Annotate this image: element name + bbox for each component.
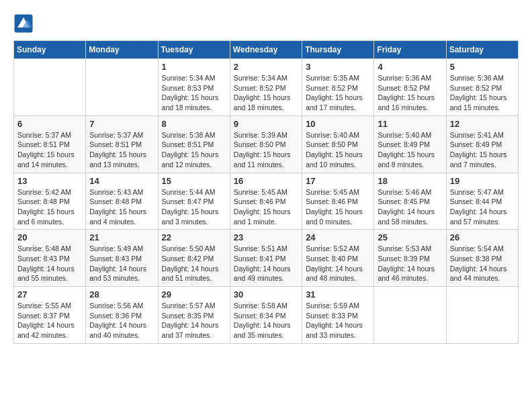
calendar-cell: 3Sunrise: 5:35 AM Sunset: 8:52 PM Daylig… xyxy=(302,59,374,116)
day-info: Sunrise: 5:48 AM Sunset: 8:43 PM Dayligh… xyxy=(17,244,82,283)
day-info: Sunrise: 5:34 AM Sunset: 8:53 PM Dayligh… xyxy=(162,73,226,113)
day-number: 28 xyxy=(89,289,154,300)
day-info: Sunrise: 5:49 AM Sunset: 8:43 PM Dayligh… xyxy=(89,244,154,283)
calendar-cell: 29Sunrise: 5:57 AM Sunset: 8:35 PM Dayli… xyxy=(158,287,230,344)
day-number: 20 xyxy=(17,232,82,242)
calendar-cell: 20Sunrise: 5:48 AM Sunset: 8:43 PM Dayli… xyxy=(14,230,86,287)
calendar-cell: 27Sunrise: 5:55 AM Sunset: 8:37 PM Dayli… xyxy=(14,287,86,344)
calendar-week-row: 20Sunrise: 5:48 AM Sunset: 8:43 PM Dayli… xyxy=(14,230,519,287)
calendar-table: SundayMondayTuesdayWednesdayThursdayFrid… xyxy=(13,40,519,344)
column-header-thursday: Thursday xyxy=(302,41,374,59)
calendar-cell: 4Sunrise: 5:36 AM Sunset: 8:52 PM Daylig… xyxy=(374,59,446,116)
calendar-cell xyxy=(86,59,158,116)
day-info: Sunrise: 5:53 AM Sunset: 8:39 PM Dayligh… xyxy=(378,244,442,283)
column-header-wednesday: Wednesday xyxy=(230,41,302,59)
column-header-monday: Monday xyxy=(86,41,158,59)
day-info: Sunrise: 5:38 AM Sunset: 8:51 PM Dayligh… xyxy=(162,130,226,170)
day-number: 23 xyxy=(234,232,298,242)
day-number: 26 xyxy=(450,232,515,242)
day-info: Sunrise: 5:45 AM Sunset: 8:46 PM Dayligh… xyxy=(306,187,370,227)
calendar-cell: 24Sunrise: 5:52 AM Sunset: 8:40 PM Dayli… xyxy=(302,230,374,287)
day-info: Sunrise: 5:41 AM Sunset: 8:49 PM Dayligh… xyxy=(450,130,515,170)
day-number: 9 xyxy=(234,119,298,129)
day-number: 10 xyxy=(306,119,370,129)
calendar-cell xyxy=(374,287,446,344)
calendar-cell xyxy=(446,287,518,344)
day-number: 3 xyxy=(306,62,370,72)
day-info: Sunrise: 5:59 AM Sunset: 8:33 PM Dayligh… xyxy=(306,301,370,340)
day-number: 30 xyxy=(234,289,298,300)
day-info: Sunrise: 5:54 AM Sunset: 8:38 PM Dayligh… xyxy=(450,244,515,283)
day-number: 21 xyxy=(89,232,154,242)
page-header xyxy=(13,13,519,34)
calendar-week-row: 27Sunrise: 5:55 AM Sunset: 8:37 PM Dayli… xyxy=(14,287,519,344)
calendar-cell xyxy=(14,59,86,116)
day-info: Sunrise: 5:39 AM Sunset: 8:50 PM Dayligh… xyxy=(234,130,298,170)
calendar-cell: 26Sunrise: 5:54 AM Sunset: 8:38 PM Dayli… xyxy=(446,230,518,287)
day-info: Sunrise: 5:46 AM Sunset: 8:45 PM Dayligh… xyxy=(378,187,442,227)
day-number: 12 xyxy=(450,119,515,129)
day-info: Sunrise: 5:52 AM Sunset: 8:40 PM Dayligh… xyxy=(306,244,370,283)
logo xyxy=(13,13,36,34)
day-number: 8 xyxy=(162,119,226,129)
day-info: Sunrise: 5:40 AM Sunset: 8:50 PM Dayligh… xyxy=(306,130,370,170)
day-info: Sunrise: 5:36 AM Sunset: 8:52 PM Dayligh… xyxy=(378,73,442,113)
calendar-header-row: SundayMondayTuesdayWednesdayThursdayFrid… xyxy=(14,41,519,59)
day-number: 22 xyxy=(162,232,226,242)
day-number: 18 xyxy=(378,176,442,186)
day-number: 29 xyxy=(162,289,226,300)
calendar-cell: 5Sunrise: 5:36 AM Sunset: 8:52 PM Daylig… xyxy=(446,59,518,116)
calendar-week-row: 6Sunrise: 5:37 AM Sunset: 8:51 PM Daylig… xyxy=(14,116,519,173)
day-number: 5 xyxy=(450,62,515,72)
calendar-week-row: 13Sunrise: 5:42 AM Sunset: 8:48 PM Dayli… xyxy=(14,173,519,230)
calendar-cell: 22Sunrise: 5:50 AM Sunset: 8:42 PM Dayli… xyxy=(158,230,230,287)
day-info: Sunrise: 5:40 AM Sunset: 8:49 PM Dayligh… xyxy=(378,130,442,170)
day-info: Sunrise: 5:50 AM Sunset: 8:42 PM Dayligh… xyxy=(162,244,226,283)
day-number: 27 xyxy=(17,289,82,300)
day-info: Sunrise: 5:36 AM Sunset: 8:52 PM Dayligh… xyxy=(450,73,515,113)
day-info: Sunrise: 5:57 AM Sunset: 8:35 PM Dayligh… xyxy=(162,301,226,340)
calendar-cell: 18Sunrise: 5:46 AM Sunset: 8:45 PM Dayli… xyxy=(374,173,446,230)
calendar-cell: 2Sunrise: 5:34 AM Sunset: 8:52 PM Daylig… xyxy=(230,59,302,116)
column-header-saturday: Saturday xyxy=(446,41,518,59)
column-header-tuesday: Tuesday xyxy=(158,41,230,59)
calendar-cell: 10Sunrise: 5:40 AM Sunset: 8:50 PM Dayli… xyxy=(302,116,374,173)
day-number: 1 xyxy=(162,62,226,72)
calendar-cell: 13Sunrise: 5:42 AM Sunset: 8:48 PM Dayli… xyxy=(14,173,86,230)
day-number: 24 xyxy=(306,232,370,242)
calendar-cell: 7Sunrise: 5:37 AM Sunset: 8:51 PM Daylig… xyxy=(86,116,158,173)
day-number: 16 xyxy=(234,176,298,186)
day-info: Sunrise: 5:44 AM Sunset: 8:47 PM Dayligh… xyxy=(162,187,226,227)
day-number: 17 xyxy=(306,176,370,186)
day-info: Sunrise: 5:37 AM Sunset: 8:51 PM Dayligh… xyxy=(89,130,154,170)
calendar-cell: 9Sunrise: 5:39 AM Sunset: 8:50 PM Daylig… xyxy=(230,116,302,173)
day-number: 4 xyxy=(378,62,442,72)
day-number: 25 xyxy=(378,232,442,242)
calendar-cell: 28Sunrise: 5:56 AM Sunset: 8:36 PM Dayli… xyxy=(86,287,158,344)
calendar-cell: 31Sunrise: 5:59 AM Sunset: 8:33 PM Dayli… xyxy=(302,287,374,344)
day-number: 31 xyxy=(306,289,370,300)
calendar-cell: 19Sunrise: 5:47 AM Sunset: 8:44 PM Dayli… xyxy=(446,173,518,230)
day-info: Sunrise: 5:56 AM Sunset: 8:36 PM Dayligh… xyxy=(89,301,154,340)
logo-icon xyxy=(13,13,34,34)
column-header-friday: Friday xyxy=(374,41,446,59)
day-info: Sunrise: 5:47 AM Sunset: 8:44 PM Dayligh… xyxy=(450,187,515,227)
day-info: Sunrise: 5:55 AM Sunset: 8:37 PM Dayligh… xyxy=(17,301,82,340)
day-info: Sunrise: 5:45 AM Sunset: 8:46 PM Dayligh… xyxy=(234,187,298,227)
day-info: Sunrise: 5:34 AM Sunset: 8:52 PM Dayligh… xyxy=(234,73,298,113)
day-number: 2 xyxy=(234,62,298,72)
column-header-sunday: Sunday xyxy=(14,41,86,59)
calendar-cell: 6Sunrise: 5:37 AM Sunset: 8:51 PM Daylig… xyxy=(14,116,86,173)
day-number: 11 xyxy=(378,119,442,129)
calendar-cell: 11Sunrise: 5:40 AM Sunset: 8:49 PM Dayli… xyxy=(374,116,446,173)
day-number: 13 xyxy=(17,176,82,186)
day-info: Sunrise: 5:51 AM Sunset: 8:41 PM Dayligh… xyxy=(234,244,298,283)
calendar-cell: 15Sunrise: 5:44 AM Sunset: 8:47 PM Dayli… xyxy=(158,173,230,230)
day-info: Sunrise: 5:42 AM Sunset: 8:48 PM Dayligh… xyxy=(17,187,82,227)
day-info: Sunrise: 5:37 AM Sunset: 8:51 PM Dayligh… xyxy=(17,130,82,170)
day-number: 7 xyxy=(89,119,154,129)
day-info: Sunrise: 5:35 AM Sunset: 8:52 PM Dayligh… xyxy=(306,73,370,113)
calendar-cell: 17Sunrise: 5:45 AM Sunset: 8:46 PM Dayli… xyxy=(302,173,374,230)
day-number: 14 xyxy=(89,176,154,186)
calendar-cell: 12Sunrise: 5:41 AM Sunset: 8:49 PM Dayli… xyxy=(446,116,518,173)
